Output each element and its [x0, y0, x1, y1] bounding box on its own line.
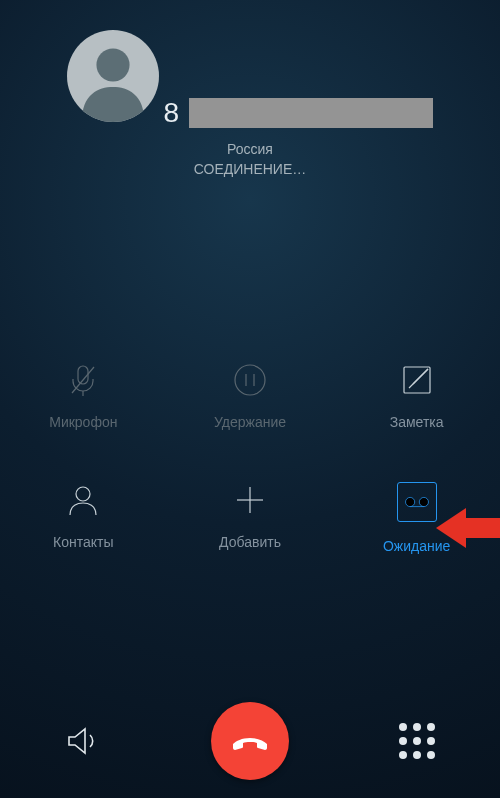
- add-label: Добавить: [219, 534, 281, 550]
- country-label: Россия: [0, 141, 500, 157]
- dialpad-button[interactable]: [390, 714, 444, 768]
- pause-icon: [232, 362, 268, 398]
- contact-area: 8 Россия СОЕДИНЕНИЕ…: [0, 0, 500, 177]
- speaker-icon: [65, 723, 101, 759]
- waiting-label: Ожидание: [383, 538, 450, 554]
- phone-number: 8: [163, 97, 433, 129]
- call-actions-grid: Микрофон Удержание Заметка: [0, 362, 500, 554]
- voicemail-icon: [397, 482, 437, 522]
- note-label: Заметка: [390, 414, 444, 430]
- plus-icon: [232, 482, 268, 518]
- add-call-button[interactable]: Добавить: [190, 482, 310, 554]
- speaker-button[interactable]: [56, 714, 110, 768]
- note-button[interactable]: Заметка: [357, 362, 477, 430]
- person-icon: [67, 30, 159, 122]
- person-outline-icon: [65, 482, 101, 518]
- edit-note-icon: [399, 362, 435, 398]
- end-call-button[interactable]: [211, 702, 289, 780]
- svg-point-9: [76, 487, 90, 501]
- hangup-icon: [230, 721, 270, 761]
- svg-line-8: [413, 369, 428, 384]
- call-status: СОЕДИНЕНИЕ…: [0, 161, 500, 177]
- dialpad-icon: [399, 723, 435, 759]
- bottom-bar: [0, 702, 500, 780]
- svg-point-4: [235, 365, 265, 395]
- mic-off-icon: [65, 362, 101, 398]
- svg-point-13: [419, 497, 428, 506]
- mic-label: Микрофон: [49, 414, 117, 430]
- svg-point-12: [405, 497, 414, 506]
- contacts-label: Контакты: [53, 534, 113, 550]
- call-waiting-button[interactable]: Ожидание: [357, 482, 477, 554]
- hold-label: Удержание: [214, 414, 286, 430]
- avatar: [67, 30, 159, 122]
- phone-number-masked: [189, 98, 433, 128]
- svg-point-0: [96, 48, 129, 81]
- svg-line-3: [72, 367, 94, 393]
- phone-number-prefix: 8: [163, 97, 179, 129]
- hold-toggle[interactable]: Удержание: [190, 362, 310, 430]
- contacts-button[interactable]: Контакты: [23, 482, 143, 554]
- mic-toggle[interactable]: Микрофон: [23, 362, 143, 430]
